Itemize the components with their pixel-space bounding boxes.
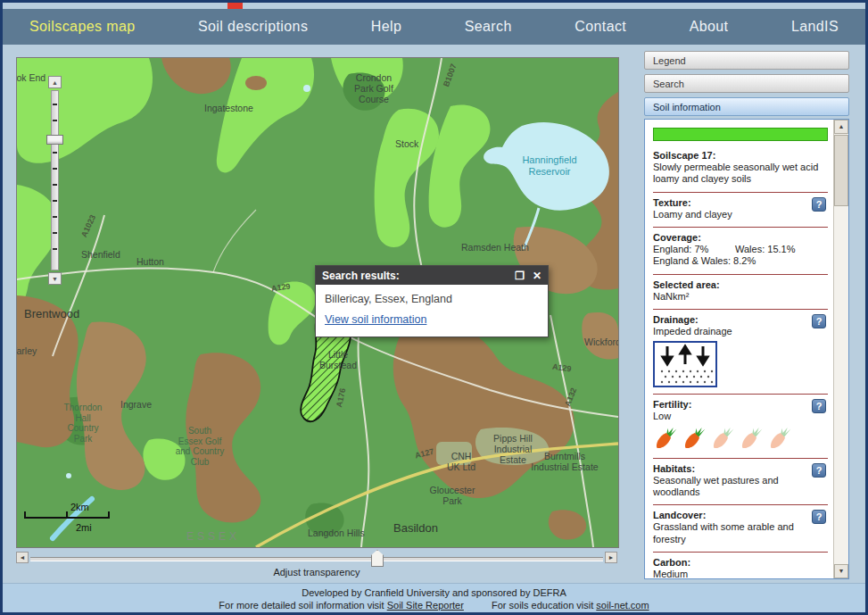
nav-soil-descriptions[interactable]: Soil descriptions xyxy=(198,19,308,35)
app-footer: Developed by Cranfield University and sp… xyxy=(3,583,865,612)
scroll-down-button[interactable]: ▼ xyxy=(834,564,848,578)
nav-about[interactable]: About xyxy=(690,19,729,35)
soil-information-body: Soilscape 17: Slowly permeable seasonall… xyxy=(645,120,833,578)
section-divider xyxy=(653,458,828,459)
habitats-label: Habitats: xyxy=(653,463,828,475)
soilscape-label: Soilscape 17: xyxy=(653,150,828,162)
app-window: Soilscapes map Soil descriptions Help Se… xyxy=(0,0,868,615)
zoom-out-button[interactable]: ▼ xyxy=(48,272,62,285)
selected-area-value: NaNkm² xyxy=(653,291,828,303)
soil-map[interactable]: Hook End Ingatestone Crondon Park Golf C… xyxy=(16,57,619,548)
popup-header[interactable]: Search results: ❐ ✕ xyxy=(316,266,548,285)
coverage-section: Coverage: England: 7% Wales: 15.1% Engla… xyxy=(653,230,828,271)
drainage-value: Impeded drainage xyxy=(653,326,828,337)
panel-header-search[interactable]: Search xyxy=(644,74,849,93)
view-soil-information-link[interactable]: View soil information xyxy=(325,313,426,326)
zoom-tick xyxy=(53,200,57,202)
fertility-value: Low xyxy=(653,411,828,422)
transparency-left-button[interactable]: ◄ xyxy=(16,552,29,563)
section-divider xyxy=(653,227,828,228)
zoom-track[interactable] xyxy=(51,90,59,270)
footer-line2-mid: For soils education visit xyxy=(492,600,593,611)
panel-header-legend[interactable]: Legend xyxy=(644,51,849,70)
panel-scrollbar[interactable]: ▲ ▼ xyxy=(833,120,848,578)
drainage-label: Drainage: xyxy=(653,314,828,326)
drainage-section: ? Drainage: Impeded drainage xyxy=(653,312,828,391)
section-divider xyxy=(653,552,828,553)
footer-line2-pre: For more detailed soil information visit xyxy=(219,600,384,611)
soilscape-section: Soilscape 17: Slowly permeable seasonall… xyxy=(653,148,828,189)
coverage-both: England & Wales: 8.2% xyxy=(653,255,828,267)
fertility-section: ? Fertility: Low xyxy=(653,397,828,454)
carbon-value: Medium xyxy=(653,569,828,579)
section-divider xyxy=(653,394,828,395)
landcover-value: Grassland with some arable and forestry xyxy=(653,521,814,544)
transparency-right-button[interactable]: ► xyxy=(605,552,617,563)
transparency-thumb[interactable] xyxy=(371,550,384,567)
nav-contact[interactable]: Contact xyxy=(575,19,626,35)
nav-soilscapes-map[interactable]: Soilscapes map xyxy=(29,19,136,35)
texture-section: ? Texture: Loamy and clayey xyxy=(653,195,828,224)
fertility-rating xyxy=(653,427,828,452)
landcover-help-button[interactable]: ? xyxy=(812,510,826,524)
zoom-tick xyxy=(53,248,57,250)
carbon-label: Carbon: xyxy=(653,557,828,569)
scroll-up-button[interactable]: ▲ xyxy=(834,120,848,134)
section-divider xyxy=(653,309,828,310)
habitats-help-button[interactable]: ? xyxy=(812,463,826,478)
texture-value: Loamy and clayey xyxy=(653,209,828,220)
soilscape-description: Slowly permeable seasonally wet acid loa… xyxy=(653,162,828,185)
coverage-label: Coverage: xyxy=(653,232,828,244)
drainage-help-button[interactable]: ? xyxy=(812,314,826,328)
carrot-icon-faded xyxy=(767,427,792,452)
carrot-icon-faded xyxy=(710,427,735,452)
zoom-tick xyxy=(53,216,57,218)
carbon-section: Carbon: Medium xyxy=(653,555,828,579)
zoom-tick xyxy=(53,152,57,154)
scroll-thumb[interactable] xyxy=(834,135,848,206)
soil-site-reporter-link[interactable]: Soil Site Reporter xyxy=(387,600,464,611)
popup-title: Search results: xyxy=(322,270,507,282)
search-result-text: Billericay, Essex, England xyxy=(325,293,539,305)
transparency-control: ◄ ► Adjust transparency xyxy=(16,549,617,581)
texture-label: Texture: xyxy=(653,197,828,209)
footer-line1: Developed by Cranfield University and sp… xyxy=(3,586,865,599)
maximize-icon[interactable]: ❐ xyxy=(515,270,525,281)
footer-line2: For more detailed soil information visit… xyxy=(3,599,865,611)
coverage-wales: Wales: 15.1% xyxy=(735,244,795,255)
zoom-thumb[interactable] xyxy=(46,135,63,145)
coverage-england: England: 7% xyxy=(653,244,735,255)
habitats-section: ? Habitats: Seasonally wet pastures and … xyxy=(653,461,828,503)
carrot-icon xyxy=(653,427,678,452)
zoom-in-button[interactable]: ▲ xyxy=(48,76,62,88)
nav-help[interactable]: Help xyxy=(371,19,402,35)
texture-help-button[interactable]: ? xyxy=(812,197,826,212)
sidebar: Legend Search Soil information Soilscape… xyxy=(644,51,849,579)
transparency-track[interactable] xyxy=(30,557,603,561)
soilscape-color-swatch xyxy=(653,128,828,141)
zoom-tick xyxy=(53,184,57,186)
section-divider xyxy=(653,504,828,505)
landcover-section: ? Landcover: Grassland with some arable … xyxy=(653,508,828,549)
carrot-icon-faded xyxy=(739,427,764,452)
main-nav: Soilscapes map Soil descriptions Help Se… xyxy=(3,9,865,45)
zoom-tick xyxy=(53,168,57,170)
close-icon[interactable]: ✕ xyxy=(533,270,541,281)
nav-search[interactable]: Search xyxy=(465,19,512,35)
carrot-icon xyxy=(682,427,707,452)
zoom-tick xyxy=(53,232,57,234)
landcover-label: Landcover: xyxy=(653,510,828,521)
soil-information-panel: Soilscape 17: Slowly permeable seasonall… xyxy=(644,119,849,579)
popup-body: Billericay, Essex, England View soil inf… xyxy=(316,285,548,337)
drainage-icon xyxy=(653,341,717,387)
fertility-help-button[interactable]: ? xyxy=(812,399,826,413)
panel-header-soil-information[interactable]: Soil information xyxy=(644,97,849,116)
zoom-slider: ▲ ▼ xyxy=(45,76,67,290)
selected-area-label: Selected area: xyxy=(653,279,828,291)
section-divider xyxy=(653,192,828,193)
nav-landis[interactable]: LandIS xyxy=(791,19,839,35)
soil-net-link[interactable]: soil-net.com xyxy=(596,600,649,611)
zoom-tick xyxy=(53,104,57,105)
section-divider xyxy=(653,274,828,275)
selected-area-section: Selected area: NaNkm² xyxy=(653,278,828,306)
